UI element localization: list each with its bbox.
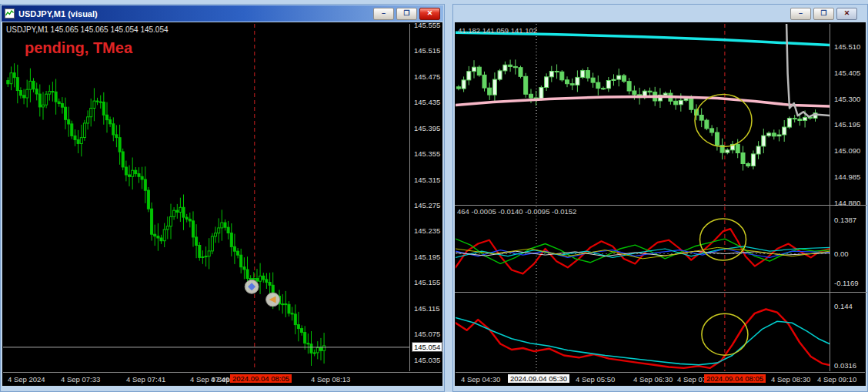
restore-button[interactable]: ❐	[396, 8, 417, 20]
price-scale-label: 145.555	[414, 21, 440, 29]
price-scale-label: 144.985	[834, 173, 860, 181]
minimize-button[interactable]: –	[790, 8, 811, 20]
right-indicator2-plot[interactable]	[456, 293, 830, 371]
metatrader-workspace: USDJPY,M1 (visual) – ❐ ✕ USDJPY,M1 145.0…	[0, 0, 868, 392]
left-titlebar[interactable]: USDJPY,M1 (visual) – ❐ ✕	[2, 5, 443, 22]
time-axis-highlight: 2024.09.04 08:05	[704, 374, 766, 383]
price-scale-label: 145.515	[414, 46, 440, 55]
price-scale-label: 145.395	[414, 124, 440, 132]
left-candlestick-chart[interactable]	[3, 24, 409, 370]
window-title: USDJPY,M1 (visual)	[18, 9, 373, 18]
right-candlestick-chart[interactable]	[456, 24, 830, 205]
window-controls: – ❐ ✕	[373, 8, 440, 20]
right-chart-area: 41.182 141.059 141.102 464 -0.0005 -0.01…	[455, 22, 866, 386]
indicator1-values: 464 -0.0005 -0.0140 -0.0095 -0.0152	[457, 207, 576, 216]
price-scale-label: 145.195	[834, 120, 860, 129]
price-scale-label: 145.315	[414, 176, 440, 184]
right-indicator2-chart[interactable]	[456, 293, 830, 371]
time-axis-highlight: 2024.09.04 08:05	[230, 374, 292, 383]
right-time-axis[interactable]: 4 Sep 04:302024.09.04 05:304 Sep 05:504 …	[456, 372, 865, 387]
price-scale-label: 144.880	[834, 199, 860, 207]
price-scale-label: 0.0316	[834, 361, 856, 370]
price-scale-label: 0.00	[834, 250, 849, 258]
price-scale-label: 145.195	[414, 253, 440, 261]
time-axis-label: 4 Sep 08:30	[771, 375, 810, 384]
time-axis-label: 4 Sep 04:30	[461, 375, 500, 384]
left-price-scale[interactable]: 145.555145.515145.475145.435145.395145.3…	[409, 24, 444, 371]
price-scale-label: 145.090	[834, 146, 860, 155]
price-scale-label: 145.405	[834, 69, 860, 77]
price-scale-label: 145.475	[414, 72, 440, 81]
right-indicator1-plot[interactable]: 464 -0.0005 -0.0140 -0.0095 -0.0152	[456, 206, 830, 291]
time-axis-label: 4 Sep 08:13	[311, 375, 350, 384]
price-scale-label: 145.075	[414, 330, 440, 338]
time-axis-label: 4 Sep 06:30	[633, 375, 673, 384]
price-scale-label: 145.115	[414, 304, 440, 313]
price-scale-label: 145.235	[414, 226, 440, 235]
price-scale-label: -0.1169	[834, 279, 859, 287]
right-main-plot[interactable]: 41.182 141.059 141.102	[456, 24, 830, 205]
ohlc-readout: USDJPY,M1 145.065 145.065 145.054 145.05…	[6, 25, 169, 34]
chart-annotation: pending, TMea	[25, 39, 132, 57]
close-button[interactable]: ✕	[419, 8, 440, 20]
price-scale-label: 145.275	[414, 201, 440, 209]
current-price-box: 145.054	[412, 342, 442, 352]
window-right-chart: – ❐ ✕ 41.182 141.059 141.102 464 -0.0005…	[452, 4, 868, 392]
main-indicator-values: 41.182 141.059 141.102	[458, 26, 537, 35]
chart-icon	[5, 8, 15, 18]
left-plot[interactable]: USDJPY,M1 145.065 145.065 145.054 145.05…	[3, 24, 409, 370]
price-scale-label: 145.035	[414, 356, 440, 364]
time-axis-highlight: 2024.09.04 05:30	[508, 374, 569, 383]
time-axis-label: 4 Sep 09:10	[817, 375, 856, 384]
left-time-axis[interactable]: 4 Sep 20244 Sep 07:334 Sep 07:414 Sep 07…	[3, 372, 442, 387]
left-chart-area: USDJPY,M1 145.065 145.065 145.054 145.05…	[2, 22, 442, 386]
close-button[interactable]: ✕	[836, 8, 857, 20]
pane-separator[interactable]	[455, 205, 867, 206]
time-axis-label: 4 Sep 07:41	[126, 375, 165, 384]
time-axis-label: 4 Sep 07:33	[61, 375, 100, 384]
right-indicator1-chart[interactable]	[456, 206, 830, 291]
time-axis-label: 4 Sep 05:50	[576, 375, 615, 384]
price-scale-label: 0.144	[834, 302, 853, 310]
price-scale-label: 145.510	[834, 42, 860, 51]
restore-button[interactable]: ❐	[813, 8, 834, 20]
price-scale-label: 145.355	[414, 149, 440, 158]
time-axis-label: 4 Sep	[211, 375, 230, 384]
right-window-controls: – ❐ ✕	[454, 5, 866, 22]
price-scale-label: 145.300	[834, 95, 860, 103]
time-axis-label: 4 Sep 2024	[8, 375, 45, 384]
pane-separator[interactable]	[455, 292, 867, 293]
minimize-button[interactable]: –	[373, 8, 394, 20]
right-price-scale[interactable]: 145.510145.405145.300145.195145.090144.9…	[830, 24, 867, 371]
price-scale-label: 0.1387	[834, 216, 856, 224]
price-scale-label: 145.155	[414, 278, 440, 286]
window-usdjpy-m1-visual: USDJPY,M1 (visual) – ❐ ✕ USDJPY,M1 145.0…	[0, 4, 445, 392]
price-scale-label: 145.435	[414, 98, 440, 106]
